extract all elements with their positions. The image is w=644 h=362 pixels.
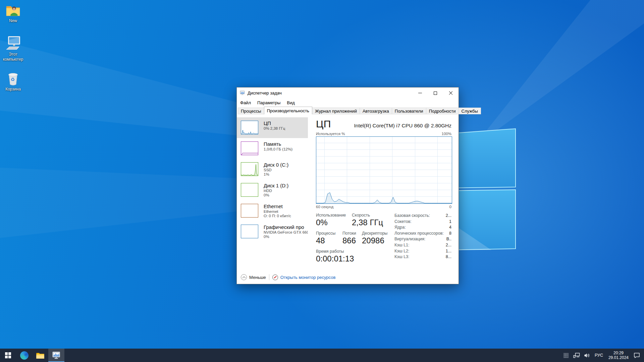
window-title: Диспетчер задач (248, 90, 282, 96)
sidebar-item-subtitle2: 0% (264, 235, 308, 239)
sidebar-item-subtitle: Ethernet (264, 209, 291, 214)
sidebar-item-title: Ethernet (264, 203, 291, 209)
tab-users[interactable]: Пользователи (392, 108, 426, 114)
cpu-stats: Использование 0% Скорость 2,38 ГГц Проце… (316, 213, 392, 267)
speed-label: Скорость (352, 213, 383, 218)
disk0-thumbnail-chart (241, 162, 258, 176)
threads-label: Потоки (342, 231, 362, 236)
cpu-usage-graph (316, 136, 452, 204)
ethernet-thumbnail-chart (241, 204, 258, 218)
sidebar-item-title: Графический про (264, 224, 308, 230)
taskbar: РУС 20:29 29.01.2024 (0, 349, 644, 362)
system-tray: РУС 20:29 29.01.2024 (562, 349, 644, 362)
cpu-thumbnail-chart (241, 121, 258, 134)
tray-time: 20:29 (608, 351, 629, 355)
detail-row: Логических процессоров:8 (394, 231, 451, 237)
tab-details[interactable]: Подробности (426, 108, 459, 114)
start-button[interactable] (0, 349, 16, 362)
sidebar-item-disk1[interactable]: Диск 1 (D:) HDD 0% (237, 180, 308, 200)
sidebar-item-disk0[interactable]: Диск 0 (C:) SSD 1% (237, 159, 308, 180)
volume-icon[interactable] (583, 349, 591, 362)
sidebar-item-title: Диск 1 (D:) (264, 183, 288, 188)
maximize-button[interactable] (428, 87, 443, 99)
tray-clock[interactable]: 20:29 29.01.2024 (607, 351, 630, 360)
uptime-label: Время работы (316, 249, 354, 254)
sidebar-item-subtitle2: О: 0 П: 0 кбит/с (264, 214, 291, 218)
desktop-icon-label: Корзина (5, 87, 21, 92)
sidebar-item-title: ЦП (264, 120, 285, 126)
usage-value: 0% (316, 218, 352, 227)
fewer-details-button[interactable]: Меньше (241, 274, 266, 280)
taskbar-edge-button[interactable] (16, 349, 32, 362)
computer-icon (5, 36, 21, 51)
usage-axis-label: Используется % (316, 132, 345, 136)
detail-row: Ядра:4 (394, 225, 451, 231)
handles-label: Дескрипторы (362, 231, 387, 236)
desktop-icon-new[interactable]: New (0, 3, 26, 23)
window-footer: Меньше Открыть монитор ресурсов (237, 270, 459, 284)
windows-logo-icon (5, 352, 11, 358)
menu-item-options[interactable]: Параметры (257, 100, 280, 105)
detail-row: Кэш L3:8... (394, 254, 451, 260)
desktop-icon-this-pc[interactable]: Этот компьютер (0, 36, 26, 62)
usage-label: Использование (316, 213, 352, 218)
detail-row: Кэш L1:2... (394, 242, 451, 248)
task-manager-icon (52, 351, 61, 360)
minimize-button[interactable] (412, 87, 428, 99)
desktop-icon-label: New (9, 18, 17, 23)
svg-text:♻: ♻ (11, 77, 15, 82)
sidebar-item-ethernet[interactable]: Ethernet Ethernet О: 0 П: 0 кбит/с (237, 200, 308, 221)
action-center-icon[interactable] (633, 349, 641, 362)
close-button[interactable] (443, 87, 459, 99)
language-indicator[interactable]: РУС (593, 349, 604, 362)
task-manager-window: Диспетчер задач Файл Параметры Вид Проце… (236, 87, 459, 284)
threads-value: 866 (342, 236, 362, 245)
desktop-icon-recycle-bin[interactable]: ♻ Корзина (0, 70, 26, 92)
menubar: Файл Параметры Вид (237, 99, 459, 107)
menu-item-view[interactable]: Вид (287, 100, 295, 105)
cpu-model-name: Intel(R) Core(TM) i7 CPU 860 @ 2.80GHz (354, 123, 451, 129)
network-icon[interactable] (573, 349, 581, 362)
sidebar-item-subtitle: HDD (264, 189, 288, 193)
hidden-icons-grid-icon[interactable] (562, 349, 570, 362)
sidebar-item-title: Память (264, 141, 292, 147)
sidebar-item-subtitle2: 1% (264, 172, 288, 176)
cpu-details: Базовая скорость:2... Сокетов:1 Ядра:4 Л… (392, 213, 451, 267)
speed-value: 2,38 ГГц (352, 218, 383, 227)
minimize-icon (418, 93, 422, 93)
edge-icon (20, 351, 29, 360)
taskbar-explorer-button[interactable] (32, 349, 48, 362)
desktop-wallpaper: New Этот компьютер ♻ Корзина (0, 0, 644, 362)
uptime-value: 0:00:01:13 (316, 254, 354, 263)
sidebar-item-gpu[interactable]: Графический про NVIDIA GeForce GTX 660 0… (237, 221, 308, 242)
detail-row: Базовая скорость:2... (394, 213, 451, 219)
maximize-icon (434, 92, 437, 95)
usage-axis-max: 100% (442, 132, 451, 136)
titlebar[interactable]: Диспетчер задач (237, 87, 459, 99)
user-folder-icon (5, 3, 21, 17)
task-manager-icon (240, 90, 245, 96)
sidebar-item-subtitle: 0% 2,38 ГГц (264, 126, 285, 130)
resource-monitor-icon (272, 275, 278, 280)
cpu-heading: ЦП (316, 118, 331, 130)
tab-services[interactable]: Службы (459, 108, 481, 114)
tab-processes[interactable]: Процессы (238, 108, 264, 114)
gpu-thumbnail-chart (241, 225, 258, 238)
tab-app-history[interactable]: Журнал приложений (312, 108, 360, 114)
menu-item-file[interactable]: Файл (240, 100, 251, 105)
tab-performance[interactable]: Производительность (264, 107, 312, 114)
open-resource-monitor-link[interactable]: Открыть монитор ресурсов (272, 275, 335, 280)
tab-startup[interactable]: Автозагрузка (360, 108, 392, 114)
tab-strip: Процессы Производительность Журнал прило… (237, 107, 459, 114)
close-icon (449, 91, 453, 95)
handles-value: 20986 (362, 236, 387, 245)
sidebar-item-cpu[interactable]: ЦП 0% 2,38 ГГц (237, 117, 308, 138)
taskbar-task-manager-button[interactable] (48, 349, 64, 362)
sidebar-item-memory[interactable]: Память 1,0/8,0 ГБ (12%) (237, 138, 308, 159)
file-explorer-icon (36, 352, 45, 359)
chevron-up-circle-icon (241, 274, 247, 280)
sidebar-item-subtitle: SSD (264, 168, 288, 172)
sidebar-item-subtitle: 1,0/8,0 ГБ (12%) (264, 147, 292, 151)
footer-divider (269, 274, 269, 280)
detail-row: Кэш L2:1... (394, 248, 451, 254)
